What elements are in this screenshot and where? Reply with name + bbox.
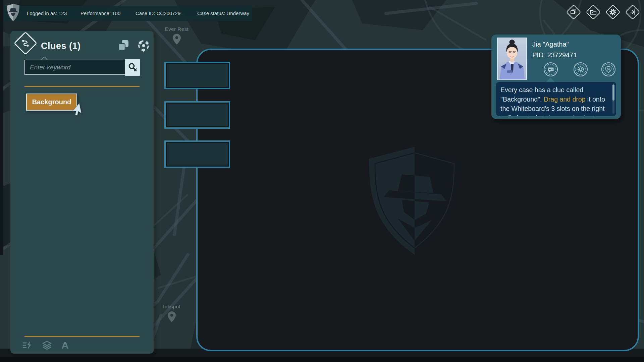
shield-badge-icon[interactable] <box>601 62 616 77</box>
hub-icon[interactable] <box>137 39 150 52</box>
tooltip-scrollbar-thumb[interactable] <box>612 84 614 101</box>
avatar <box>497 38 527 80</box>
performance-value: Performance: 100 <box>80 10 120 16</box>
status-bar: Logged in as: 123 Performance: 100 Case … <box>4 6 252 21</box>
screens-icon <box>570 9 577 15</box>
chat-icon[interactable] <box>543 62 558 77</box>
map-label-ever-rest: Ever Rest <box>165 26 189 32</box>
detective-shield-watermark <box>364 145 465 256</box>
case-status: Case status: Underway <box>197 10 249 16</box>
exit-icon <box>629 9 636 15</box>
search-row <box>24 59 140 76</box>
clue-background-chip[interactable]: Background <box>26 94 77 111</box>
whiteboard-slot-3[interactable] <box>164 140 230 168</box>
tooltip-scrollbar[interactable] <box>612 84 614 114</box>
divider <box>24 86 140 87</box>
quick-filter-icon[interactable] <box>22 341 33 350</box>
divider <box>24 336 140 337</box>
assistant-tooltip: Every case has a clue called "Background… <box>496 82 616 116</box>
settings-gear-icon <box>609 8 616 16</box>
detective-pid: PID: 23729471 <box>532 51 577 59</box>
case-id: Case ID: CC200729 <box>136 10 180 16</box>
layers-icon[interactable] <box>42 341 52 350</box>
search-button[interactable] <box>125 59 140 76</box>
map-pin-icon <box>172 34 181 45</box>
clues-panel: Clues (1) <box>10 31 154 354</box>
clues-route-icon <box>14 32 38 55</box>
whiteboard-slot-2[interactable] <box>164 101 230 129</box>
logged-in-as: Logged in as: 123 <box>27 10 67 16</box>
case-folder-icon <box>590 9 597 15</box>
copy-icon[interactable] <box>118 40 129 52</box>
detective-card: Jia "Agatha" PID: 23729471 <box>491 35 621 119</box>
tooltip-highlight: Drag and drop <box>544 96 586 103</box>
text-icon[interactable]: A <box>61 340 69 350</box>
map-label-inkspot: Inkspot <box>163 304 180 309</box>
clues-panel-title: Clues (1) <box>41 41 81 51</box>
map-pin-icon <box>167 311 176 322</box>
game-screen: Ever Rest Inkspot <box>0 0 644 362</box>
gear-badge-icon[interactable] <box>573 62 588 77</box>
search-icon <box>127 62 138 73</box>
whiteboard-slot-1[interactable] <box>164 62 230 89</box>
clues-toolbar: A <box>22 339 143 351</box>
search-input[interactable] <box>24 60 125 75</box>
agency-logo-icon <box>6 3 20 22</box>
tooltip-caret <box>546 77 555 82</box>
detective-name: Jia "Agatha" <box>532 41 569 48</box>
